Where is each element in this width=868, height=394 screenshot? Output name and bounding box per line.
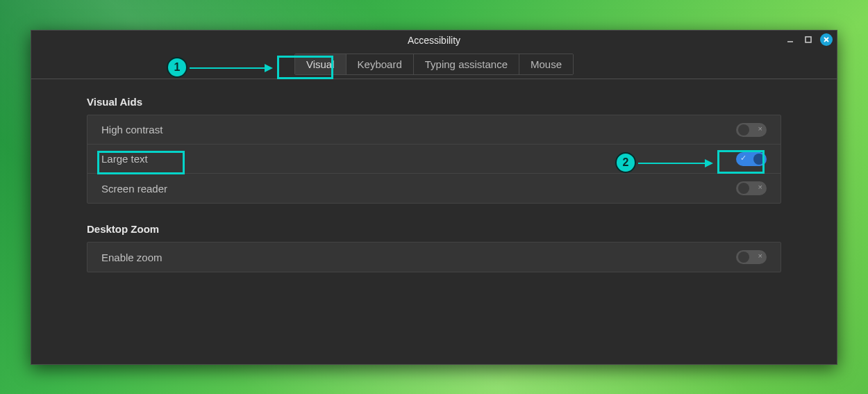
toggle-screen-reader[interactable] — [736, 181, 767, 195]
minimize-icon — [786, 35, 794, 44]
maximize-icon — [804, 35, 812, 44]
minimize-button[interactable] — [784, 33, 796, 46]
toggle-on-icon — [740, 154, 746, 163]
toggle-knob — [738, 124, 749, 136]
close-icon — [823, 36, 830, 43]
visual-aids-list: High contrast Large text Screen reader — [87, 115, 781, 204]
maximize-button[interactable] — [802, 33, 815, 46]
tab-keyboard[interactable]: Keyboard — [347, 54, 414, 74]
section-title-visual-aids: Visual Aids — [87, 96, 781, 108]
toggle-off-icon — [758, 183, 762, 191]
tab-row: Visual Keyboard Typing assistance Mouse — [31, 50, 837, 79]
tab-visual[interactable]: Visual — [295, 54, 347, 74]
row-enable-zoom[interactable]: Enable zoom — [87, 243, 781, 272]
tab-typing-assistance[interactable]: Typing assistance — [414, 54, 519, 74]
toggle-off-icon — [758, 124, 762, 133]
row-large-text[interactable]: Large text — [87, 145, 781, 174]
toggle-high-contrast[interactable] — [736, 123, 767, 137]
row-label: High contrast — [101, 124, 162, 136]
toggle-knob — [738, 252, 749, 263]
tabs-container: Visual Keyboard Typing assistance Mouse — [294, 54, 574, 75]
section-title-desktop-zoom: Desktop Zoom — [87, 223, 781, 235]
titlebar[interactable]: Accessibility — [31, 31, 837, 50]
accessibility-window: Accessibility Visual Keyboard Typing ass… — [31, 30, 837, 365]
toggle-knob — [753, 154, 765, 165]
row-high-contrast[interactable]: High contrast — [87, 115, 781, 145]
tab-mouse[interactable]: Mouse — [519, 54, 573, 74]
close-button[interactable] — [820, 33, 833, 46]
row-label: Screen reader — [101, 183, 167, 195]
toggle-enable-zoom[interactable] — [736, 250, 767, 264]
window-title: Accessibility — [408, 35, 460, 46]
window-controls — [784, 33, 833, 46]
row-screen-reader[interactable]: Screen reader — [87, 174, 781, 203]
desktop-zoom-list: Enable zoom — [87, 242, 781, 272]
row-label: Enable zoom — [101, 252, 162, 263]
toggle-knob — [738, 183, 749, 194]
content-area: Visual Aids High contrast Large text Scr… — [31, 79, 837, 306]
toggle-large-text[interactable] — [736, 152, 767, 166]
row-label: Large text — [101, 153, 148, 165]
svg-rect-1 — [806, 37, 811, 42]
toggle-off-icon — [758, 252, 762, 260]
